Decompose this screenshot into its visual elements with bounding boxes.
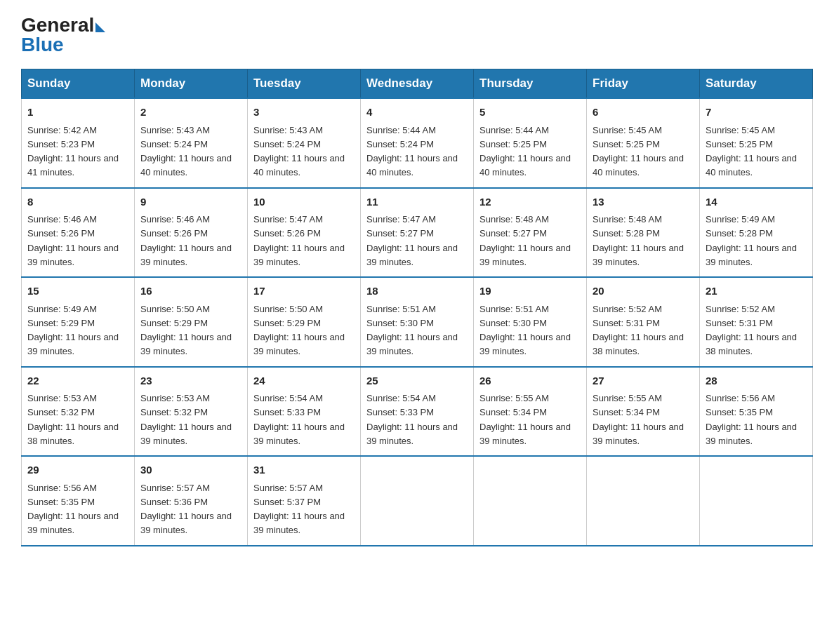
calendar-cell: [700, 456, 813, 546]
day-number: 29: [27, 462, 128, 478]
calendar-cell: 4Sunrise: 5:44 AMSunset: 5:24 PMDaylight…: [361, 98, 474, 188]
cell-info: Sunrise: 5:56 AMSunset: 5:35 PMDaylight:…: [27, 483, 119, 536]
calendar-table: SundayMondayTuesdayWednesdayThursdayFrid…: [21, 69, 813, 546]
day-number: 19: [479, 283, 581, 300]
cell-info: Sunrise: 5:50 AMSunset: 5:29 PMDaylight:…: [140, 304, 232, 357]
calendar-cell: 17Sunrise: 5:50 AMSunset: 5:29 PMDayligh…: [248, 277, 361, 367]
logo-arrow-icon: [95, 22, 105, 32]
cell-info: Sunrise: 5:52 AMSunset: 5:31 PMDaylight:…: [593, 304, 684, 357]
cell-info: Sunrise: 5:56 AMSunset: 5:35 PMDaylight:…: [706, 393, 797, 446]
cell-info: Sunrise: 5:49 AMSunset: 5:28 PMDaylight:…: [706, 214, 797, 267]
column-header-friday: Friday: [587, 69, 700, 99]
day-number: 22: [27, 373, 128, 389]
day-number: 15: [27, 283, 128, 300]
page-header: General Blue: [21, 14, 813, 56]
cell-info: Sunrise: 5:43 AMSunset: 5:24 PMDaylight:…: [140, 125, 232, 178]
column-header-tuesday: Tuesday: [248, 69, 361, 99]
calendar-week-row: 8Sunrise: 5:46 AMSunset: 5:26 PMDaylight…: [22, 188, 813, 278]
day-number: 2: [140, 105, 241, 121]
cell-info: Sunrise: 5:46 AMSunset: 5:26 PMDaylight:…: [27, 214, 119, 267]
cell-info: Sunrise: 5:48 AMSunset: 5:28 PMDaylight:…: [593, 214, 684, 267]
calendar-header: SundayMondayTuesdayWednesdayThursdayFrid…: [22, 69, 813, 99]
cell-info: Sunrise: 5:47 AMSunset: 5:27 PMDaylight:…: [366, 214, 458, 267]
calendar-cell: 13Sunrise: 5:48 AMSunset: 5:28 PMDayligh…: [587, 188, 700, 278]
day-number: 21: [706, 283, 807, 300]
calendar-cell: [587, 456, 700, 546]
column-header-sunday: Sunday: [22, 69, 135, 99]
day-number: 25: [366, 373, 468, 389]
day-number: 7: [706, 105, 807, 121]
calendar-cell: 22Sunrise: 5:53 AMSunset: 5:32 PMDayligh…: [22, 367, 135, 457]
calendar-cell: 6Sunrise: 5:45 AMSunset: 5:25 PMDaylight…: [587, 98, 700, 188]
calendar-cell: 2Sunrise: 5:43 AMSunset: 5:24 PMDaylight…: [135, 98, 248, 188]
cell-info: Sunrise: 5:49 AMSunset: 5:29 PMDaylight:…: [27, 304, 119, 357]
calendar-cell: [474, 456, 587, 546]
day-number: 11: [366, 194, 468, 210]
calendar-cell: 12Sunrise: 5:48 AMSunset: 5:27 PMDayligh…: [474, 188, 587, 278]
day-number: 13: [593, 194, 694, 210]
cell-info: Sunrise: 5:45 AMSunset: 5:25 PMDaylight:…: [593, 125, 684, 178]
day-number: 3: [253, 105, 355, 121]
cell-info: Sunrise: 5:57 AMSunset: 5:37 PMDaylight:…: [253, 483, 345, 536]
calendar-week-row: 1Sunrise: 5:42 AMSunset: 5:23 PMDaylight…: [22, 98, 813, 188]
cell-info: Sunrise: 5:55 AMSunset: 5:34 PMDaylight:…: [593, 393, 684, 446]
calendar-cell: 5Sunrise: 5:44 AMSunset: 5:25 PMDaylight…: [474, 98, 587, 188]
calendar-cell: 30Sunrise: 5:57 AMSunset: 5:36 PMDayligh…: [135, 456, 248, 546]
day-number: 18: [366, 283, 468, 300]
day-number: 24: [253, 373, 355, 389]
day-number: 14: [706, 194, 807, 210]
day-number: 1: [27, 105, 128, 121]
calendar-cell: 28Sunrise: 5:56 AMSunset: 5:35 PMDayligh…: [700, 367, 813, 457]
calendar-cell: 1Sunrise: 5:42 AMSunset: 5:23 PMDaylight…: [22, 98, 135, 188]
cell-info: Sunrise: 5:55 AMSunset: 5:34 PMDaylight:…: [479, 393, 571, 446]
column-header-thursday: Thursday: [474, 69, 587, 99]
calendar-week-row: 29Sunrise: 5:56 AMSunset: 5:35 PMDayligh…: [22, 456, 813, 546]
day-number: 8: [27, 194, 128, 210]
cell-info: Sunrise: 5:57 AMSunset: 5:36 PMDaylight:…: [140, 483, 232, 536]
calendar-cell: 21Sunrise: 5:52 AMSunset: 5:31 PMDayligh…: [700, 277, 813, 367]
calendar-cell: 15Sunrise: 5:49 AMSunset: 5:29 PMDayligh…: [22, 277, 135, 367]
cell-info: Sunrise: 5:52 AMSunset: 5:31 PMDaylight:…: [706, 304, 797, 357]
calendar-cell: 18Sunrise: 5:51 AMSunset: 5:30 PMDayligh…: [361, 277, 474, 367]
calendar-cell: 20Sunrise: 5:52 AMSunset: 5:31 PMDayligh…: [587, 277, 700, 367]
calendar-cell: 9Sunrise: 5:46 AMSunset: 5:26 PMDaylight…: [135, 188, 248, 278]
cell-info: Sunrise: 5:46 AMSunset: 5:26 PMDaylight:…: [140, 214, 232, 267]
day-number: 17: [253, 283, 355, 300]
calendar-body: 1Sunrise: 5:42 AMSunset: 5:23 PMDaylight…: [22, 98, 813, 546]
calendar-cell: 27Sunrise: 5:55 AMSunset: 5:34 PMDayligh…: [587, 367, 700, 457]
column-header-wednesday: Wednesday: [361, 69, 474, 99]
day-number: 31: [253, 462, 355, 478]
day-number: 4: [366, 105, 468, 121]
calendar-cell: 16Sunrise: 5:50 AMSunset: 5:29 PMDayligh…: [135, 277, 248, 367]
cell-info: Sunrise: 5:42 AMSunset: 5:23 PMDaylight:…: [27, 125, 119, 178]
cell-info: Sunrise: 5:43 AMSunset: 5:24 PMDaylight:…: [253, 125, 345, 178]
calendar-week-row: 15Sunrise: 5:49 AMSunset: 5:29 PMDayligh…: [22, 277, 813, 367]
calendar-cell: 19Sunrise: 5:51 AMSunset: 5:30 PMDayligh…: [474, 277, 587, 367]
cell-info: Sunrise: 5:51 AMSunset: 5:30 PMDaylight:…: [479, 304, 571, 357]
calendar-cell: 14Sunrise: 5:49 AMSunset: 5:28 PMDayligh…: [700, 188, 813, 278]
day-number: 26: [479, 373, 581, 389]
day-number: 30: [140, 462, 241, 478]
cell-info: Sunrise: 5:50 AMSunset: 5:29 PMDaylight:…: [253, 304, 345, 357]
calendar-cell: [361, 456, 474, 546]
calendar-cell: 7Sunrise: 5:45 AMSunset: 5:25 PMDaylight…: [700, 98, 813, 188]
calendar-cell: 3Sunrise: 5:43 AMSunset: 5:24 PMDaylight…: [248, 98, 361, 188]
calendar-cell: 31Sunrise: 5:57 AMSunset: 5:37 PMDayligh…: [248, 456, 361, 546]
column-header-saturday: Saturday: [700, 69, 813, 99]
cell-info: Sunrise: 5:47 AMSunset: 5:26 PMDaylight:…: [253, 214, 345, 267]
cell-info: Sunrise: 5:45 AMSunset: 5:25 PMDaylight:…: [706, 125, 797, 178]
day-number: 28: [706, 373, 807, 389]
cell-info: Sunrise: 5:48 AMSunset: 5:27 PMDaylight:…: [479, 214, 571, 267]
cell-info: Sunrise: 5:53 AMSunset: 5:32 PMDaylight:…: [27, 393, 119, 446]
day-number: 20: [593, 283, 694, 300]
calendar-cell: 26Sunrise: 5:55 AMSunset: 5:34 PMDayligh…: [474, 367, 587, 457]
calendar-cell: 25Sunrise: 5:54 AMSunset: 5:33 PMDayligh…: [361, 367, 474, 457]
day-number: 6: [593, 105, 694, 121]
calendar-cell: 8Sunrise: 5:46 AMSunset: 5:26 PMDaylight…: [22, 188, 135, 278]
logo-blue: Blue: [21, 34, 64, 56]
cell-info: Sunrise: 5:44 AMSunset: 5:24 PMDaylight:…: [366, 125, 458, 178]
cell-info: Sunrise: 5:44 AMSunset: 5:25 PMDaylight:…: [479, 125, 571, 178]
cell-info: Sunrise: 5:54 AMSunset: 5:33 PMDaylight:…: [253, 393, 345, 446]
calendar-week-row: 22Sunrise: 5:53 AMSunset: 5:32 PMDayligh…: [22, 367, 813, 457]
day-number: 23: [140, 373, 241, 389]
